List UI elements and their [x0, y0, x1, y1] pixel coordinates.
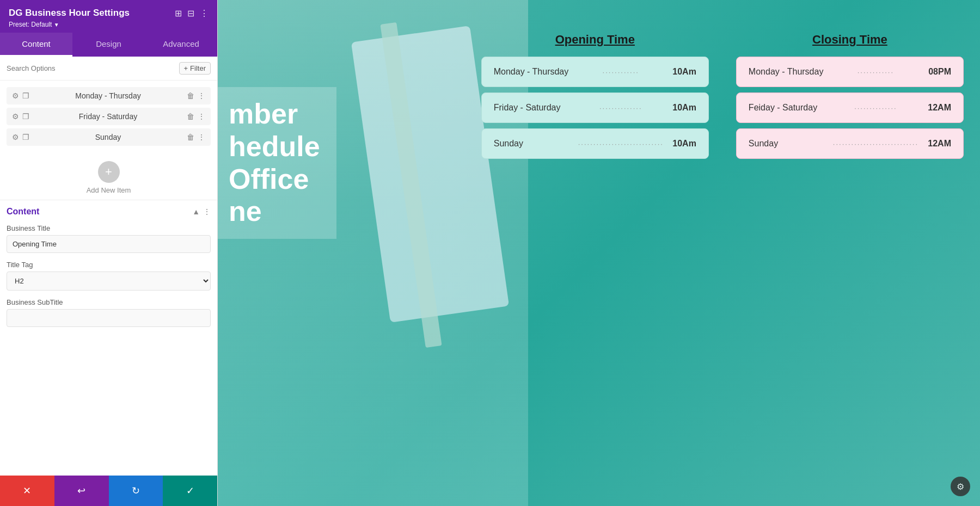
title-tag-field: Title Tag H1 H2 H3 H4 H5 H6 — [7, 261, 211, 298]
time-value: 10Am — [664, 103, 696, 113]
day-label: Monday - Thursday — [749, 67, 833, 77]
left-panel: DG Business Hour Settings ⊞ ⊟ ⋮ Preset: … — [0, 0, 218, 506]
table-row: Monday - Thursday ············ 08PM — [736, 57, 964, 87]
closing-time-table: Closing Time Monday - Thursday ·········… — [736, 33, 964, 164]
business-title-label: Business Title — [7, 224, 211, 232]
item-left-icons: ⚙ ❐ — [12, 112, 29, 121]
panel-header-icons: ⊞ ⊟ ⋮ — [175, 8, 209, 18]
preset-label[interactable]: Preset: Default ▼ — [9, 21, 209, 28]
panel-title: DG Business Hour Settings — [9, 8, 130, 18]
overlay-line-4: ne — [229, 195, 320, 228]
save-button[interactable]: ✓ — [163, 476, 217, 506]
settings-icon[interactable]: ⚙ — [12, 133, 19, 141]
dots-decoration: ············ — [833, 68, 918, 76]
business-subtitle-field: Business SubTitle — [7, 298, 211, 335]
item-left-icons: ⚙ ❐ — [12, 133, 29, 141]
content-section: Content ▲ ⋮ Business Title Title Tag H1 … — [0, 200, 217, 341]
day-label: Monday - Thursday — [494, 67, 578, 77]
search-input[interactable] — [7, 64, 175, 72]
more-icon[interactable]: ⋮ — [200, 8, 209, 18]
panel-header: DG Business Hour Settings ⊞ ⊟ ⋮ Preset: … — [0, 0, 217, 33]
more-vert-icon[interactable]: ⋮ — [198, 133, 205, 141]
filter-label: Filter — [190, 64, 206, 72]
day-label: Sunday — [494, 139, 578, 149]
dots-decoration: ···························· — [833, 140, 918, 148]
item-label: Sunday — [34, 133, 182, 141]
item-left-icons: ⚙ ❐ — [12, 91, 29, 100]
undo-button[interactable]: ↩ — [54, 476, 109, 506]
day-label: Feiday - Saturday — [749, 103, 833, 113]
settings-icon[interactable]: ⚙ — [12, 112, 19, 121]
business-title-input[interactable] — [7, 235, 211, 253]
more-vert-icon[interactable]: ⋮ — [198, 91, 205, 100]
bottom-bar: ✕ ↩ ↻ ✓ — [0, 476, 217, 506]
settings-icon[interactable]: ⚙ — [12, 91, 19, 100]
business-subtitle-label: Business SubTitle — [7, 298, 211, 306]
floating-settings-badge[interactable]: ⚙ — [951, 477, 970, 496]
time-value: 08PM — [918, 67, 951, 77]
cancel-button[interactable]: ✕ — [0, 476, 54, 506]
section-more-icon[interactable]: ⋮ — [203, 207, 211, 216]
list-item: ⚙ ❐ Sunday 🗑 ⋮ — [7, 128, 211, 146]
overlay-line-2: hedule — [229, 131, 320, 163]
list-item: ⚙ ❐ Friday - Saturday 🗑 ⋮ — [7, 108, 211, 125]
item-label: Friday - Saturday — [34, 112, 182, 121]
tab-advanced[interactable]: Advanced — [145, 33, 217, 57]
time-value: 10Am — [664, 139, 696, 149]
tabs-bar: Content Design Advanced — [0, 33, 217, 57]
overlay-line-1: mber — [229, 98, 320, 131]
add-new-item-button[interactable]: + Add New Item — [0, 152, 217, 200]
table-row: Feiday - Saturday ·············· 12AM — [736, 92, 964, 123]
dots-decoration: ···························· — [578, 140, 664, 148]
filter-button[interactable]: + Filter — [179, 62, 211, 75]
trash-icon[interactable]: 🗑 — [187, 112, 194, 121]
dots-decoration: ·············· — [833, 104, 918, 112]
tab-content[interactable]: Content — [0, 33, 72, 57]
collapse-icon[interactable]: ▲ — [192, 207, 200, 216]
opening-time-table: Opening Time Monday - Thursday ·········… — [481, 33, 709, 164]
redo-icon: ↻ — [132, 485, 140, 497]
trash-icon[interactable]: 🗑 — [187, 91, 194, 100]
table-row: Friday - Saturday ·············· 10Am — [481, 92, 709, 123]
item-right-icons: 🗑 ⋮ — [187, 91, 205, 100]
table-row: Sunday ···························· 10Am — [481, 128, 709, 159]
item-label: Monday - Thursday — [34, 91, 182, 100]
text-overlay: mber hedule Office ne — [218, 87, 336, 239]
time-value: 12AM — [918, 103, 951, 113]
time-value: 10Am — [664, 67, 696, 77]
preview-area: mber hedule Office ne Opening Time Monda… — [218, 0, 980, 506]
business-title-field: Business Title — [7, 224, 211, 261]
cancel-icon: ✕ — [23, 485, 31, 497]
overlay-line-3: Office — [229, 163, 320, 196]
copy-icon[interactable]: ❐ — [22, 112, 29, 121]
search-row: + Filter — [0, 57, 217, 81]
table-row: Monday - Thursday ············ 10Am — [481, 57, 709, 87]
add-circle-icon: + — [98, 161, 120, 183]
title-tag-select[interactable]: H1 H2 H3 H4 H5 H6 — [7, 271, 211, 291]
filter-plus-icon: + — [184, 64, 188, 72]
dots-decoration: ·············· — [578, 104, 664, 112]
day-label: Friday - Saturday — [494, 103, 578, 113]
content-section-actions: ▲ ⋮ — [192, 207, 211, 216]
add-new-label: Add New Item — [87, 186, 131, 194]
day-label: Sunday — [749, 139, 833, 149]
business-subtitle-input[interactable] — [7, 309, 211, 327]
closing-table-title: Closing Time — [736, 33, 964, 47]
copy-icon[interactable]: ❐ — [22, 133, 29, 141]
opening-table-title: Opening Time — [481, 33, 709, 47]
settings-gear-icon: ⚙ — [957, 482, 964, 492]
plus-icon: + — [105, 165, 112, 179]
trash-icon[interactable]: 🗑 — [187, 133, 194, 141]
title-tag-label: Title Tag — [7, 261, 211, 269]
more-vert-icon[interactable]: ⋮ — [198, 112, 205, 121]
tab-design[interactable]: Design — [72, 33, 145, 57]
undo-icon: ↩ — [77, 485, 85, 497]
copy-icon[interactable]: ❐ — [22, 91, 29, 100]
item-right-icons: 🗑 ⋮ — [187, 133, 205, 141]
table-row: Sunday ···························· 12AM — [736, 128, 964, 159]
minimize-icon[interactable]: ⊟ — [187, 8, 194, 18]
redo-button[interactable]: ↻ — [109, 476, 163, 506]
check-icon: ✓ — [186, 485, 194, 497]
content-section-header: Content ▲ ⋮ — [7, 207, 211, 217]
restore-icon[interactable]: ⊞ — [175, 8, 182, 18]
